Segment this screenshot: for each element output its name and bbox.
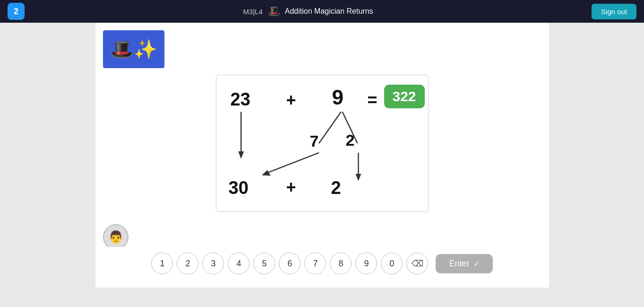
- operator-plus-2: +: [286, 177, 296, 197]
- equals-sign: =: [368, 90, 378, 110]
- branch-right-2: 2: [346, 131, 355, 149]
- lesson-thumbnail: 🎩✨: [103, 30, 164, 68]
- key-2[interactable]: 2: [177, 253, 198, 274]
- enter-label: Enter: [449, 259, 469, 269]
- answer-badge: 322: [384, 85, 425, 108]
- key-4[interactable]: 4: [228, 253, 249, 274]
- branch-left-7: 7: [310, 132, 319, 150]
- operator-plus-1: +: [286, 90, 296, 110]
- key-7[interactable]: 7: [304, 253, 326, 274]
- key-6[interactable]: 6: [279, 253, 301, 274]
- lesson-title: Addition Magician Returns: [285, 7, 373, 16]
- app-logo: 2: [8, 3, 25, 20]
- svg-marker-7: [355, 174, 361, 181]
- main-content: 🎩✨ 23 + 9 = 322: [0, 23, 644, 307]
- sign-out-button[interactable]: Sign out: [592, 4, 636, 19]
- lesson-icon-emoji: 🎩: [267, 5, 280, 18]
- key-3[interactable]: 3: [202, 253, 224, 274]
- result-2: 2: [331, 178, 341, 198]
- key-9[interactable]: 9: [355, 253, 377, 274]
- delete-button[interactable]: ⌫: [406, 253, 428, 274]
- logo-text: 2: [14, 7, 18, 17]
- check-icon: ✓: [473, 259, 480, 268]
- number-23: 23: [231, 89, 250, 110]
- svg-marker-5: [261, 170, 270, 176]
- result-30: 30: [229, 178, 249, 198]
- math-diagram: 23 + 9 = 322 7 2 30 + 2: [216, 75, 429, 212]
- enter-button[interactable]: Enter ✓: [436, 254, 492, 273]
- header: 2 M3|L4 🎩 Addition Magician Returns Sign…: [0, 0, 644, 23]
- key-1[interactable]: 1: [151, 253, 173, 274]
- hat-icon: 🎩✨: [110, 38, 157, 61]
- key-8[interactable]: 8: [330, 253, 352, 274]
- svg-line-2: [319, 112, 341, 143]
- avatar: 👨: [103, 224, 129, 250]
- svg-line-4: [264, 153, 318, 174]
- content-panel: 🎩✨ 23 + 9 = 322: [95, 23, 549, 288]
- key-0[interactable]: 0: [381, 253, 403, 274]
- logo-area: 2: [8, 3, 25, 20]
- key-5[interactable]: 5: [253, 253, 275, 274]
- svg-marker-1: [238, 151, 244, 159]
- header-center: M3|L4 🎩 Addition Magician Returns: [243, 5, 373, 18]
- lesson-code: M3|L4: [243, 8, 262, 16]
- keypad: 1 2 3 4 5 6 7 8 9 0 ⌫ Enter ✓: [95, 247, 549, 280]
- number-9: 9: [332, 86, 343, 109]
